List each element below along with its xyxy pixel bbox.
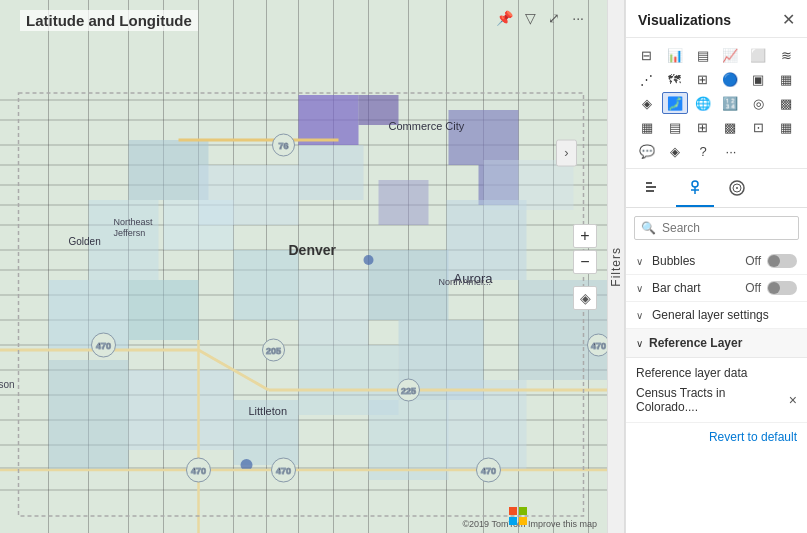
filter-icon[interactable]: ▽	[522, 8, 539, 28]
svg-text:North Amer...: North Amer...	[439, 277, 492, 287]
svg-text:470: 470	[191, 466, 206, 476]
viz-icon-donut[interactable]: ◎	[745, 92, 771, 114]
filters-tab[interactable]: Filters	[607, 0, 625, 533]
viz-icon-map[interactable]: 🗺	[662, 68, 688, 90]
viz-icon-funnel[interactable]: ▦	[634, 116, 660, 138]
svg-rect-98	[519, 507, 527, 515]
svg-text:76: 76	[278, 141, 288, 151]
svg-text:›: ›	[564, 145, 568, 160]
reference-layer-value-row: Census Tracts in Colorado.... ×	[636, 386, 797, 414]
visualizations-panel: Visualizations ✕ ⊟ 📊 ▤ 📈 ⬜ ≋ ⋰ 🗺 ⊞ 🔵 ▣ ▦…	[625, 0, 807, 533]
viz-subtab-analytics[interactable]	[718, 175, 756, 207]
settings-general-layer[interactable]: ∨ General layer settings	[626, 302, 807, 329]
svg-rect-45	[234, 250, 299, 320]
svg-rect-52	[129, 370, 234, 450]
bubbles-toggle[interactable]	[767, 254, 797, 268]
viz-icon-row-3: ◈ 🗾 🌐 🔢 ◎ ▩	[634, 92, 799, 114]
viz-icon-scatter[interactable]: ⋰	[634, 68, 660, 90]
svg-rect-44	[129, 280, 199, 340]
viz-icon-qna[interactable]: ?	[690, 140, 716, 162]
bar-chart-value: Off	[745, 281, 761, 295]
viz-subtab-fields[interactable]	[634, 175, 672, 207]
svg-text:470: 470	[276, 466, 291, 476]
svg-rect-37	[449, 110, 519, 165]
viz-icon-gauge[interactable]: 🌐	[690, 92, 716, 114]
svg-point-109	[736, 187, 738, 189]
svg-text:205: 205	[266, 346, 281, 356]
expand-icon[interactable]: ⤢	[545, 8, 563, 28]
svg-point-60	[364, 255, 374, 265]
map-area: 470 470 205 225 76 470 470 470 Commerce …	[0, 0, 607, 533]
viz-icon-filled-map[interactable]: 🗾	[662, 92, 688, 114]
svg-rect-97	[509, 507, 517, 515]
viz-icon-card[interactable]: ▣	[745, 68, 771, 90]
bar-chart-chevron: ∨	[636, 283, 646, 294]
viz-panel-title: Visualizations	[638, 12, 731, 28]
viz-icon-waterfall[interactable]: ▤	[662, 116, 688, 138]
svg-text:225: 225	[401, 386, 416, 396]
compass-icon[interactable]: ◈	[573, 286, 597, 310]
svg-rect-59	[484, 160, 574, 210]
viz-icon-multi-row[interactable]: 🔢	[718, 92, 744, 114]
svg-rect-43	[49, 280, 129, 350]
microsoft-logo	[509, 507, 527, 525]
viz-header: Visualizations ✕	[626, 0, 807, 38]
viz-icon-bubble[interactable]: 🔵	[717, 68, 743, 90]
filters-label: Filters	[609, 247, 623, 287]
viz-icon-areachart[interactable]: ⬜	[745, 44, 771, 66]
bar-chart-toggle-track[interactable]	[767, 281, 797, 295]
viz-icon-table[interactable]: ⊟	[634, 44, 660, 66]
viz-icon-linechart[interactable]: 📈	[717, 44, 743, 66]
viz-subtab-format[interactable]	[676, 175, 714, 207]
svg-rect-99	[509, 517, 517, 525]
revert-to-default-link[interactable]: Revert to default	[709, 430, 797, 444]
search-icon: 🔍	[641, 221, 656, 235]
viz-icon-python[interactable]: ◈	[662, 140, 688, 162]
viz-icon-stacked[interactable]: ▤	[690, 44, 716, 66]
viz-icon-barchart[interactable]: 📊	[662, 44, 688, 66]
bubbles-toggle-track[interactable]	[767, 254, 797, 268]
svg-text:470: 470	[481, 466, 496, 476]
viz-icon-r[interactable]: ▦	[773, 116, 799, 138]
viz-icon-treemap[interactable]: ▩	[773, 92, 799, 114]
svg-rect-101	[646, 182, 652, 184]
zoom-in-button[interactable]: +	[573, 224, 597, 248]
reference-layer-data-label: Reference layer data	[636, 366, 797, 380]
settings-bar-chart[interactable]: ∨ Bar chart Off	[626, 275, 807, 302]
viz-icon-decomp[interactable]: ⊡	[745, 116, 771, 138]
reference-layer-section[interactable]: ∨ Reference Layer	[626, 329, 807, 358]
svg-rect-39	[379, 180, 429, 225]
viz-icon-row-2: ⋰ 🗺 ⊞ 🔵 ▣ ▦	[634, 68, 799, 90]
settings-bubbles[interactable]: ∨ Bubbles Off	[626, 248, 807, 275]
viz-icon-more[interactable]: ···	[718, 140, 744, 162]
viz-search-box: 🔍	[634, 216, 799, 240]
map-title: Latitude and Longitude	[20, 10, 198, 31]
census-tracts-label: Census Tracts in Colorado....	[636, 386, 785, 414]
svg-rect-57	[447, 200, 527, 280]
svg-rect-54	[49, 360, 129, 470]
viz-icon-matrix[interactable]: ⊞	[690, 68, 716, 90]
bubbles-value: Off	[745, 254, 761, 268]
viz-close-button[interactable]: ✕	[782, 10, 795, 29]
viz-icon-kpi[interactable]: ▦	[773, 68, 799, 90]
reference-layer-close-button[interactable]: ×	[789, 393, 797, 407]
pin-icon[interactable]: 📌	[493, 8, 516, 28]
general-layer-chevron: ∨	[636, 310, 646, 321]
more-icon[interactable]: ···	[569, 8, 587, 28]
svg-rect-103	[646, 190, 654, 192]
viz-icon-table2[interactable]: ⊞	[690, 116, 716, 138]
viz-icon-slicer[interactable]: ◈	[634, 92, 660, 114]
bar-chart-toggle[interactable]	[767, 281, 797, 295]
search-input[interactable]	[662, 221, 792, 235]
viz-icon-ribbon[interactable]: ≋	[773, 44, 799, 66]
zoom-out-button[interactable]: −	[573, 250, 597, 274]
reference-layer-label: Reference Layer	[649, 336, 742, 350]
viz-settings-list: ∨ Bubbles Off ∨ Bar chart Off ∨ General	[626, 244, 807, 533]
viz-icon-shape[interactable]: ▩	[717, 116, 743, 138]
svg-text:470: 470	[591, 341, 606, 351]
svg-rect-49	[164, 200, 234, 250]
svg-rect-35	[299, 95, 359, 145]
revert-section: Revert to default	[626, 423, 807, 450]
bar-chart-toggle-knob	[768, 282, 780, 294]
viz-icon-text[interactable]: 💬	[634, 140, 660, 162]
